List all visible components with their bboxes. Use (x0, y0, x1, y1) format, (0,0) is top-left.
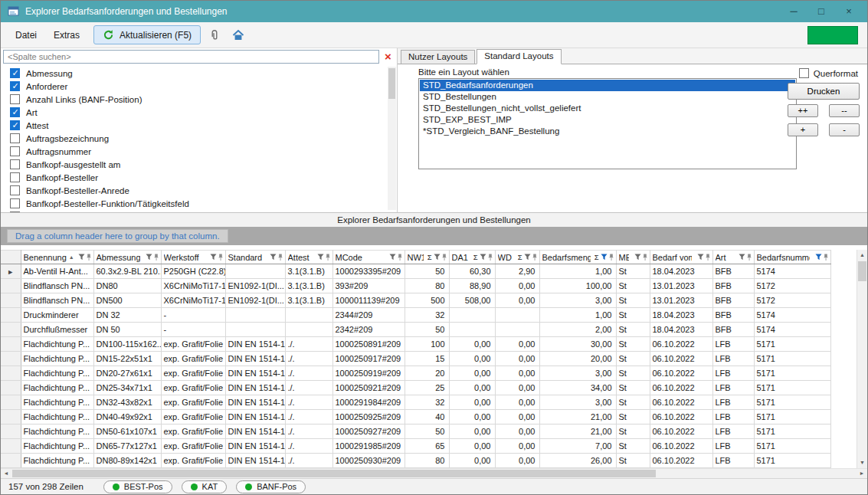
cell-da1[interactable]: 0,00 (449, 381, 495, 395)
cell-wd[interactable]: 0,00 (495, 366, 539, 381)
cell-bedarf-vom[interactable]: 06.10.2022 (650, 454, 712, 468)
cell-attest[interactable]: ./. (285, 439, 332, 454)
pin-icon[interactable] (153, 254, 159, 261)
table-row[interactable]: Blindflansch PN... DN500 X6CrNiMoTi17-1.… (1, 293, 830, 308)
layout-list[interactable]: STD_BedarfsanforderungenSTD_Bestellungen… (418, 78, 797, 169)
checkbox[interactable] (10, 133, 20, 143)
column-header[interactable]: Bedarf vom (650, 251, 712, 264)
maximize-button[interactable]: □ (807, 1, 835, 22)
cell-abmessung[interactable]: 60.3x2.9-BL 210... (93, 264, 161, 279)
cell-nw1[interactable]: 20 (405, 366, 449, 381)
cell-attest[interactable] (285, 323, 332, 337)
cell-standard[interactable] (225, 264, 285, 279)
cell-da1[interactable] (449, 323, 495, 337)
cell-standard[interactable]: DIN EN 1514-1 (225, 425, 285, 439)
cell-mcode[interactable]: 393#209 (332, 279, 405, 293)
pin-icon[interactable] (608, 254, 614, 261)
cell-bedarfsnummer[interactable]: 5171 (754, 352, 830, 366)
cell-art[interactable]: BFB (712, 279, 754, 293)
cell-werkstoff[interactable]: - (161, 323, 225, 337)
cell-wd[interactable]: 0,00 (495, 425, 539, 439)
checkbox[interactable] (10, 211, 20, 212)
table-row[interactable]: Druckminderer DN 32 - 2344#209 32 1,00 S… (1, 308, 830, 323)
pin-icon[interactable] (746, 254, 752, 261)
cell-bedarfsmenge[interactable]: 1,00 (539, 264, 616, 279)
cell-da1[interactable]: 508,00 (449, 293, 495, 308)
cell-da1[interactable]: 0,00 (449, 395, 495, 410)
cell-wd[interactable] (495, 323, 539, 337)
cell-bedarf-vom[interactable]: 18.04.2023 (650, 264, 712, 279)
cell-bedarfsnummer[interactable]: 5171 (754, 410, 830, 425)
cell-bedarfsmenge[interactable]: 21,00 (539, 425, 616, 439)
cell-bedarf-vom[interactable]: 06.10.2022 (650, 410, 712, 425)
cell-art[interactable]: LFB (712, 410, 754, 425)
table-row[interactable]: Flachdichtung P... DN65-77x127x1 exp. Gr… (1, 439, 830, 454)
table-row[interactable]: Flachdichtung P... DN25-34x71x1 exp. Gra… (1, 381, 830, 395)
cell-werkstoff[interactable]: exp. Grafit/Folie (161, 395, 225, 410)
table-row[interactable]: Flachdichtung P... DN40-49x92x1 exp. Gra… (1, 410, 830, 425)
cell-werkstoff[interactable]: exp. Grafit/Folie (161, 352, 225, 366)
tab[interactable]: Standard Layouts (477, 49, 561, 64)
cell-bedarf-vom[interactable]: 13.01.2023 (650, 293, 712, 308)
cell-standard[interactable]: DIN EN 1514-1 (225, 410, 285, 425)
column-checkbox-row[interactable]: Anzahl Links (BANF-Position) (10, 93, 383, 106)
refresh-button[interactable]: Aktualisieren (F5) (93, 25, 201, 44)
cell-me[interactable]: St (616, 454, 650, 468)
scrollbar-thumb[interactable] (388, 68, 395, 99)
cell-werkstoff[interactable]: exp. Grafit/Folie (161, 366, 225, 381)
cell-benennung[interactable]: Flachdichtung P... (21, 439, 93, 454)
layout-size-button[interactable]: ++ (788, 104, 818, 117)
cell-bedarfsmenge[interactable]: 34,00 (539, 381, 616, 395)
grid-vertical-scrollbar[interactable]: ▲ ▼ (857, 250, 867, 468)
cell-da1[interactable]: 0,00 (449, 366, 495, 381)
cell-da1[interactable]: 88,90 (449, 279, 495, 293)
cell-attest[interactable]: ./. (285, 381, 332, 395)
cell-nw1[interactable]: 32 (405, 395, 449, 410)
cell-bedarf-vom[interactable]: 06.10.2022 (650, 439, 712, 454)
filter-icon[interactable] (210, 254, 217, 261)
cell-standard[interactable]: EN1092-1(DI... (225, 293, 285, 308)
cell-benennung[interactable]: Druckminderer (21, 308, 93, 323)
cell-me[interactable]: St (616, 308, 650, 323)
cell-me[interactable]: St (616, 293, 650, 308)
column-header[interactable]: Bedarfsnummer (754, 251, 830, 264)
cell-nw1[interactable]: 40 (405, 410, 449, 425)
scroll-down-button[interactable]: ▼ (857, 457, 867, 468)
column-checkbox-row[interactable]: Anforderer (10, 80, 383, 93)
pin-icon[interactable] (277, 254, 283, 261)
checkbox[interactable] (10, 68, 20, 78)
filter-icon[interactable] (739, 254, 745, 261)
cell-bedarfsmenge[interactable]: 21,00 (539, 410, 616, 425)
table-row[interactable]: Flachdichtung P... DN80-89x142x1 exp. Gr… (1, 454, 830, 468)
attachment-button[interactable] (205, 25, 224, 45)
cell-attest[interactable]: ./. (285, 410, 332, 425)
cell-abmessung[interactable]: DN65-77x127x1 (93, 439, 161, 454)
filter-icon[interactable] (815, 254, 822, 261)
cell-werkstoff[interactable]: exp. Grafit/Folie (161, 410, 225, 425)
cell-mcode[interactable]: 1000250930#209 (332, 454, 405, 468)
cell-benennung[interactable]: Flachdichtung P... (21, 454, 93, 468)
filter-icon[interactable] (634, 254, 641, 261)
cell-benennung[interactable]: Durchflußmesser (21, 323, 93, 337)
pin-icon[interactable] (823, 254, 829, 261)
cell-nw1[interactable]: 65 (405, 439, 449, 454)
cell-bedarf-vom[interactable]: 18.04.2023 (650, 323, 712, 337)
cell-nw1[interactable]: 50 (405, 264, 449, 279)
cell-werkstoff[interactable]: X6CrNiMoTi17-1... (161, 293, 225, 308)
checkbox[interactable] (10, 81, 20, 91)
scrollbar-thumb[interactable] (858, 261, 866, 281)
cell-wd[interactable]: 0,00 (495, 410, 539, 425)
cell-attest[interactable]: ./. (285, 352, 332, 366)
layout-size-button[interactable]: - (829, 123, 860, 136)
cell-mcode[interactable]: 1000250917#209 (332, 352, 405, 366)
cell-mcode[interactable]: 1000293395#209 (332, 264, 405, 279)
cell-mcode[interactable]: 1000291985#209 (332, 439, 405, 454)
cell-werkstoff[interactable]: exp. Grafit/Folie (161, 381, 225, 395)
cell-standard[interactable]: DIN EN 1514-1 (225, 366, 285, 381)
cell-attest[interactable]: 3.1(3.1.B) (285, 279, 332, 293)
search-input[interactable] (3, 50, 379, 64)
table-row[interactable]: Flachdichtung P... DN32-43x82x1 exp. Gra… (1, 395, 830, 410)
cell-werkstoff[interactable]: P250GH (C22.8) (161, 264, 225, 279)
cell-abmessung[interactable]: DN80-89x142x1 (93, 454, 161, 468)
cell-benennung[interactable]: Blindflansch PN... (21, 293, 93, 308)
